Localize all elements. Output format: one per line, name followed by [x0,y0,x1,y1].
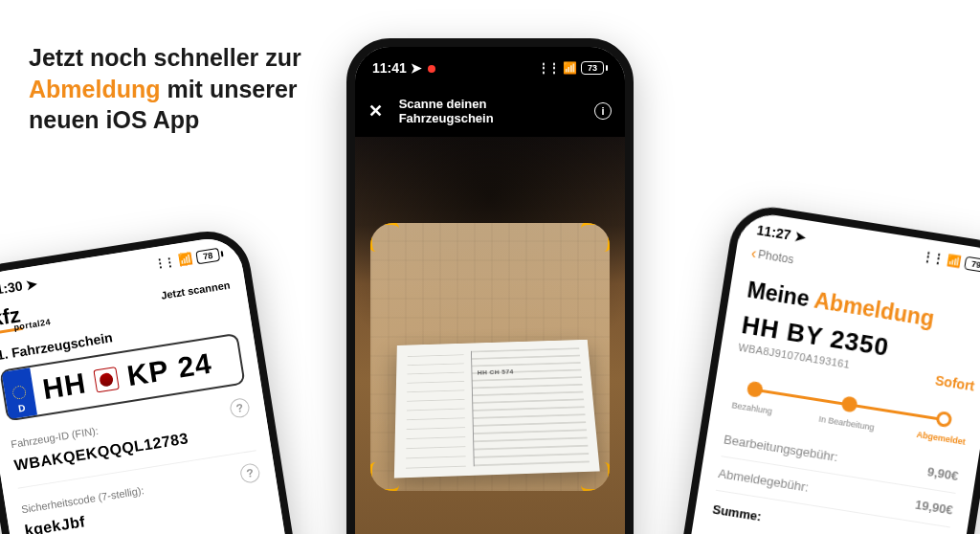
plate-part-1: HH [40,367,88,406]
phone-mockup-left: 11:30 ➤ ⋮⋮ 📶 78 kfz portal24 Jetzt scann… [0,225,337,534]
headline-line-1: Jetzt noch schneller zur [29,44,301,71]
headline-accent: Abmeldung [29,76,161,102]
status-bar: 11:41 ➤ ⋮⋮ 📶 73 [355,47,625,85]
scanned-document: HH CH 574 [394,340,600,478]
wifi-icon: 📶 [178,252,194,267]
help-icon[interactable]: ? [239,462,261,484]
kfz-logo: kfz portal24 [0,300,52,334]
step-label-done: Abgemeldet [916,430,966,447]
help-icon[interactable]: ? [229,397,251,419]
signal-icon: ⋮⋮ [153,255,176,271]
battery-icon: 73 [581,61,608,75]
eu-stars-icon [11,385,27,400]
wifi-icon: 📶 [563,61,577,75]
plate-part-3: 24 [176,346,214,384]
status-time: 11:30 [0,278,24,298]
step-dot-done [935,411,952,428]
step-label-payment: Bezahlung [731,400,773,416]
headline-line-2-rest: mit unserer [161,76,298,102]
step-dot-processing [840,395,858,412]
recording-indicator-icon [428,65,435,73]
phone-mockup-center: 11:41 ➤ ⋮⋮ 📶 73 ✕ Scanne deinen Fahrzeug… [346,38,634,534]
location-icon: ➤ [793,228,807,245]
close-icon[interactable]: ✕ [368,100,386,122]
doc-plate-text: HH CH 574 [478,369,514,376]
registration-sticker-icon [94,367,120,392]
battery-icon: 78 [195,247,224,264]
step-dot-payment [746,381,764,398]
info-icon[interactable]: i [594,102,612,120]
plate-part-2: KP [125,354,171,392]
phone-mockup-right: 11:27 ➤ ⋮⋮ 📶 79 ‹Photos Meine Abmeldung … [643,201,980,534]
eu-plate-strip: D [2,367,37,419]
scan-frame: HH CH 574 [370,223,610,491]
location-icon: ➤ [25,276,38,293]
scan-now-link[interactable]: Jetzt scannen [160,278,231,300]
camera-viewport[interactable]: HH CH 574 [355,137,625,534]
status-time: 11:41 [372,60,407,76]
scan-title: Scanne deinen Fahrzeugschein [399,97,582,125]
step-label-processing: In Bearbeitung [818,414,875,433]
battery-icon: 79 [964,256,980,274]
location-icon: ➤ [411,60,422,76]
promo-headline: Jetzt noch schneller zur Abmeldung mit u… [29,42,301,136]
scan-header: ✕ Scanne deinen Fahrzeugschein i [355,85,625,137]
headline-line-3: neuen iOS App [29,106,199,133]
status-time: 11:27 [756,222,792,242]
signal-icon: ⋮⋮ [538,61,559,75]
wifi-icon: 📶 [946,254,962,269]
signal-icon: ⋮⋮ [922,250,945,266]
